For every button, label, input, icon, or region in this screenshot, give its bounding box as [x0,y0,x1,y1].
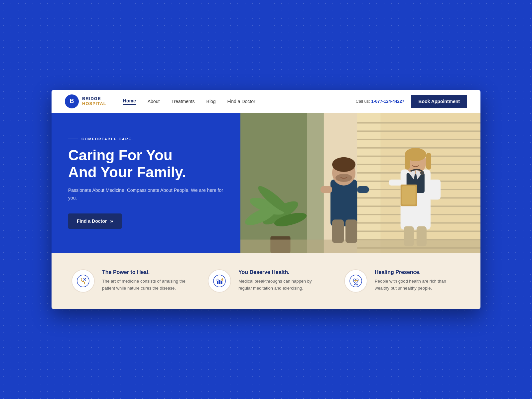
hero-image [240,113,480,253]
svg-rect-34 [320,186,332,193]
features-section: The Power to Heal. The art of medicine c… [52,253,480,309]
arrow-icon: » [110,218,113,224]
phone-number: 1-677-124-44227 [371,99,405,104]
svg-point-53 [77,275,89,287]
svg-rect-35 [357,186,369,193]
svg-rect-21 [240,113,307,253]
svg-rect-61 [354,284,355,286]
navbar: B BRIDGE HOSPITAL Home About Treatments … [52,90,480,113]
feature-title-2: You Deserve Health. [238,269,324,275]
tagline-area: COMFORTABLE CARE. [68,137,224,141]
feature-text-1: The Power to Heal. The art of medicine c… [102,269,188,293]
svg-rect-43 [426,153,431,170]
feature-desc-2: Medical breakthroughs can happen by regu… [238,278,324,292]
svg-rect-57 [217,281,218,284]
logo-text: BRIDGE HOSPITAL [82,96,106,106]
svg-rect-37 [345,219,357,243]
feature-text-3: Healing Presence. People with good healt… [375,269,461,293]
feature-icon-hand-drop [208,269,231,293]
nav-find-doctor[interactable]: Find a Doctor [227,99,255,104]
svg-rect-52 [416,226,426,246]
feature-desc-3: People with good health are rich than we… [375,278,461,292]
hero-image-svg [240,113,480,253]
feature-title-1: The Power to Heal. [102,269,188,275]
find-doctor-button[interactable]: Find a Doctor » [68,213,122,229]
nav-about[interactable]: About [148,99,160,104]
svg-rect-28 [240,240,480,253]
feature-title-3: Healing Presence. [375,269,461,275]
svg-rect-63 [357,284,358,286]
tagline-text: COMFORTABLE CARE. [81,137,133,141]
hand-drop-icon [213,275,226,287]
feature-item-1: The Power to Heal. The art of medicine c… [71,269,188,293]
svg-rect-62 [356,284,357,286]
svg-rect-46 [389,180,402,186]
hero-section: COMFORTABLE CARE. Caring For You And You… [52,113,480,253]
logo-icon: B [65,94,79,108]
nav-home[interactable]: Home [123,98,136,105]
feature-text-2: You Deserve Health. Medical breakthrough… [238,269,324,293]
nav-blog[interactable]: Blog [206,99,216,104]
brand-name: BRIDGE [82,96,106,101]
tagline-line [68,139,78,139]
svg-rect-47 [429,180,440,200]
heart-pulse-icon [349,275,362,287]
feature-desc-1: The art of medicine consists of amusing … [102,278,188,292]
logo[interactable]: B BRIDGE HOSPITAL [65,94,106,108]
svg-point-33 [335,174,352,182]
svg-rect-42 [405,153,410,170]
feature-item-3: Healing Presence. People with good healt… [344,269,461,293]
browser-window: B BRIDGE HOSPITAL Home About Treatments … [52,90,480,309]
feature-item-2: You Deserve Health. Medical breakthrough… [208,269,324,293]
svg-rect-30 [330,180,357,226]
feature-icon-heart-pulse [344,269,367,293]
nav-treatments[interactable]: Treatments [171,99,195,104]
svg-rect-51 [404,226,414,246]
svg-rect-58 [219,280,220,284]
navbar-right: Call us: 1-677-124-44227 Book Appointmen… [356,95,467,108]
hero-content: COMFORTABLE CARE. Caring For You And You… [52,113,240,253]
hero-title: Caring For You And Your Family. [68,147,224,181]
book-appointment-button[interactable]: Book Appointment [411,95,467,108]
svg-rect-49 [402,186,415,204]
call-us-label: Call us: 1-677-124-44227 [356,99,405,104]
svg-point-32 [332,157,355,172]
feature-icon-phone-cross [71,269,95,293]
hero-subtitle: Passionate About Medicine. Compassionate… [68,187,224,201]
phone-cross-icon [77,275,89,287]
brand-sub: HOSPITAL [82,101,106,106]
svg-rect-36 [332,219,344,243]
svg-point-50 [420,171,424,175]
svg-rect-59 [221,281,222,284]
nav-links: Home About Treatments Blog Find a Doctor [123,98,356,105]
